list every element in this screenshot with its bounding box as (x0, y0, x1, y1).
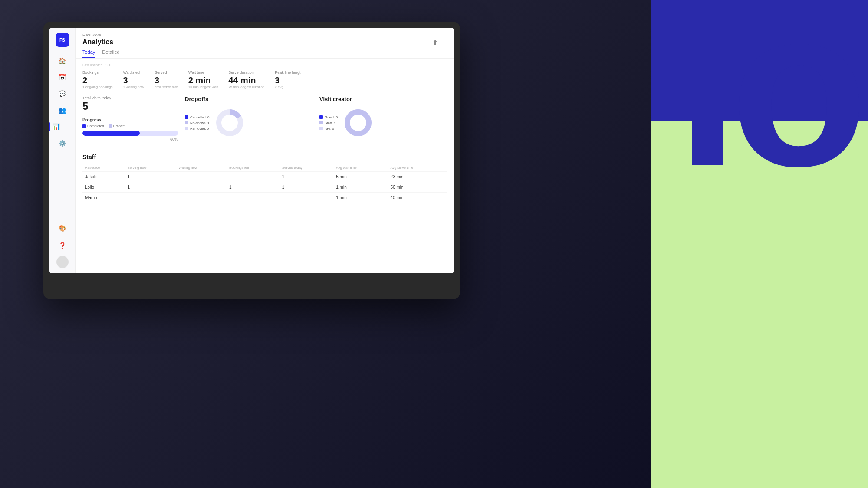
progress-percent: 60% (82, 137, 178, 141)
vc-legend-staff: Staff: 6 (319, 121, 338, 125)
stat-bookings: Bookings 2 1 ongoing bookings (82, 70, 112, 89)
dropoffs-legend-noshows: No-shows: 1 (185, 121, 209, 125)
removed-label: Removed: 0 (190, 127, 209, 131)
lollo-avg-serve: 56 min (388, 182, 447, 193)
completed-dot (82, 124, 86, 128)
tab-detailed[interactable]: Detailed (102, 49, 119, 58)
total-visits: Total visits today 5 (82, 96, 178, 112)
dropoffs-donut (214, 108, 245, 138)
col-served-today: Served today (279, 164, 334, 172)
serve-duration-value: 44 min (228, 75, 264, 85)
api-label: API: 0 (325, 127, 334, 131)
jakob-avg-wait: 5 min (333, 172, 388, 182)
visit-creator-card: Visit creator Guest: 0 (319, 96, 447, 138)
martin-avg-wait: 1 min (333, 193, 388, 203)
col-bookings-left: Bookings left (227, 164, 279, 172)
stat-serve-duration: Serve duration 44 min 75 min longest dur… (228, 70, 264, 89)
jakob-waiting (176, 172, 226, 182)
total-visits-label: Total visits today (82, 96, 178, 100)
sidebar-item-palette[interactable]: 🎨 (56, 221, 69, 235)
stat-served: Served 3 55% serve rate (155, 70, 178, 89)
legend-dropoff: Dropoff (108, 124, 125, 128)
sidebar-item-calendar[interactable]: 📅 (56, 70, 69, 84)
sidebar-logo[interactable]: FS (56, 33, 69, 47)
guest-dot (319, 115, 323, 119)
stat-waitlisted: Waitlisted 3 1 waiting now (123, 70, 144, 89)
martin-served (279, 193, 334, 203)
visit-creator-donut (343, 108, 373, 138)
stat-peak-line: Peak line length 3 2 avg (275, 70, 302, 89)
removed-dot (185, 127, 188, 130)
col-waiting-now: Waiting now (176, 164, 226, 172)
staff-table: Resource Serving now Waiting now Booking… (82, 164, 447, 203)
stat-wait-time: Wait time 2 min 10 min longest wait (188, 70, 218, 89)
staff-dot (319, 121, 323, 124)
martin-bookings (227, 193, 279, 203)
staff-section: Staff Resource Serving now Waiting now B… (82, 154, 447, 203)
visit-creator-legend: Guest: 0 Staff: 6 API: 0 (319, 115, 338, 131)
peak-line-sub: 2 avg (275, 85, 302, 89)
progress-bar-bg (82, 131, 178, 136)
staff-table-header: Resource Serving now Waiting now Booking… (82, 164, 447, 172)
progress-legend: Completed Dropoff (82, 124, 178, 128)
peak-line-label: Peak line length (275, 70, 302, 75)
svg-point-5 (353, 118, 363, 128)
dropoffs-card: Dropoffs Cancelled: 0 (185, 96, 312, 138)
martin-avg-serve: 40 min (388, 193, 447, 203)
staff-label: Staff: 6 (325, 121, 335, 125)
sidebar-item-analytics[interactable]: 📊 (49, 120, 63, 134)
peak-line-value: 3 (275, 75, 302, 85)
left-column: Total visits today 5 Progress Completed (82, 96, 178, 148)
store-name: Fia's Store (82, 33, 113, 37)
staff-row-martin: Martin 1 min 40 min (82, 193, 447, 203)
header-row: Fia's Store Analytics ⬆ (82, 33, 447, 49)
served-value: 3 (155, 75, 178, 85)
legend-completed: Completed (82, 124, 104, 128)
laptop-screen: FS 🏠 📅 💬 👥 📊 ⚙️ 🎨 ❓ F (49, 28, 454, 273)
avatar[interactable] (56, 256, 69, 268)
tabs: Today Detailed (82, 49, 447, 58)
dropoffs-legend: Cancelled: 0 No-shows: 1 R (185, 115, 209, 131)
lollo-avg-wait: 1 min (333, 182, 388, 193)
dropoffs-legend-cancelled: Cancelled: 0 (185, 115, 209, 119)
bookings-value: 2 (82, 75, 112, 85)
bookings-label: Bookings (82, 70, 112, 75)
served-sub: 55% serve rate (155, 85, 178, 89)
lollo-waiting (176, 182, 226, 193)
serve-duration-label: Serve duration (228, 70, 264, 75)
martin-serving (125, 193, 176, 203)
served-label: Served (155, 70, 178, 75)
sidebar-item-home[interactable]: 🏠 (56, 54, 69, 68)
dropoff-label: Dropoff (113, 124, 125, 128)
jakob-avg-serve: 23 min (388, 172, 447, 182)
staff-row-jakob: Jakob 1 1 5 min 23 min (82, 172, 447, 182)
visit-creator-title: Visit creator (319, 96, 447, 102)
dropoffs-legend-removed: Removed: 0 (185, 127, 209, 131)
lollo-name: Lollo (82, 182, 125, 193)
charts-row: Dropoffs Cancelled: 0 (185, 96, 447, 138)
main-content: Fia's Store Analytics ⬆ Today Detailed L… (76, 28, 454, 273)
cancelled-label: Cancelled: 0 (190, 115, 209, 119)
laptop-frame: FS 🏠 📅 💬 👥 📊 ⚙️ 🎨 ❓ F (43, 22, 460, 299)
noshows-dot (185, 121, 188, 124)
serve-duration-sub: 75 min longest duration (228, 85, 264, 89)
sidebar-item-messages[interactable]: 💬 (56, 87, 69, 101)
tab-today[interactable]: Today (82, 49, 95, 58)
right-column: Dropoffs Cancelled: 0 (185, 96, 447, 148)
jakob-served: 1 (279, 172, 334, 182)
col-resource: Resource (82, 164, 125, 172)
sidebar-item-settings[interactable]: ⚙️ (56, 136, 69, 150)
api-dot (319, 127, 323, 130)
jakob-bookings (227, 172, 279, 182)
waitlisted-label: Waitlisted (123, 70, 144, 75)
lollo-served: 1 (279, 182, 334, 193)
sidebar: FS 🏠 📅 💬 👥 📊 ⚙️ 🎨 ❓ (49, 28, 76, 273)
last-updated: Last updated: 8:30 (82, 63, 447, 67)
header: Fia's Store Analytics ⬆ Today Detailed (76, 28, 454, 59)
staff-title: Staff (82, 154, 447, 160)
export-button[interactable]: ⬆ (430, 37, 440, 48)
sidebar-item-users[interactable]: 👥 (56, 103, 69, 117)
dropoffs-title: Dropoffs (185, 96, 312, 102)
sidebar-item-help[interactable]: ❓ (56, 239, 69, 252)
jakob-name: Jakob (82, 172, 125, 182)
